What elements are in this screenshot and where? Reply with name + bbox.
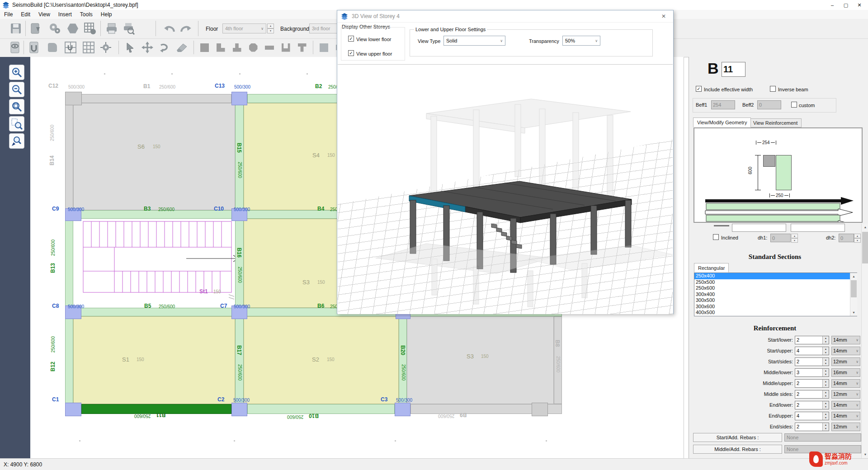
dh2-field[interactable]: 0 <box>839 234 854 242</box>
rebar-count-stepper[interactable]: 4 ▲▼ <box>795 347 829 355</box>
move-icon[interactable] <box>140 40 155 55</box>
beam-b1[interactable] <box>65 94 231 103</box>
view-type-select[interactable]: Solid∨ <box>443 36 505 46</box>
solid-fill-icon[interactable] <box>45 40 60 55</box>
rebar-count-stepper[interactable]: 3 ▲▼ <box>795 368 829 377</box>
tab-view-reinforcement[interactable]: View Reinforcement <box>749 118 802 127</box>
rebar-count-stepper[interactable]: 2 ▲▼ <box>795 423 829 431</box>
shape-square-icon[interactable] <box>197 40 212 55</box>
beam-b10[interactable] <box>247 404 395 414</box>
section-list-item[interactable]: 300x600 <box>694 304 857 310</box>
rebar-size-select[interactable]: 16mm∨ <box>831 368 860 377</box>
menu-item[interactable]: Help <box>97 11 116 18</box>
column-c12[interactable] <box>65 92 82 105</box>
undo-icon[interactable] <box>162 21 177 36</box>
column-c2[interactable] <box>231 403 247 416</box>
clipped-field-2[interactable] <box>791 224 845 232</box>
column-c3[interactable] <box>395 403 410 416</box>
menu-item[interactable]: File <box>0 11 17 18</box>
menu-item[interactable]: View <box>34 11 54 18</box>
zoom-in-icon[interactable] <box>9 65 24 80</box>
beam-b15[interactable] <box>235 103 244 210</box>
menu-item[interactable]: Edit <box>17 11 34 18</box>
beam-b14[interactable] <box>65 103 73 210</box>
hexagon-section-icon[interactable] <box>65 21 80 36</box>
shape-circle-icon[interactable] <box>246 40 260 55</box>
section-list-item[interactable]: 250x600 <box>694 285 857 291</box>
print-preview-icon[interactable] <box>121 21 137 36</box>
settings-gears-icon[interactable] <box>47 21 62 36</box>
slab-s1[interactable] <box>73 316 235 404</box>
dialog-titlebar[interactable]: 3D View of Storey 4 ✕ <box>337 10 673 23</box>
beff1-field[interactable]: 254 <box>711 100 735 109</box>
print-icon[interactable] <box>104 21 119 36</box>
grid-snap-icon[interactable] <box>63 40 78 55</box>
tab-view-modify-geometry[interactable]: View/Modify Geometry <box>693 118 751 127</box>
sections-listbox[interactable]: 250x400250x500250x600300x400300x500300x6… <box>694 273 857 316</box>
column-c13[interactable] <box>231 92 247 105</box>
select-cursor-icon[interactable] <box>123 40 137 55</box>
slab-s2[interactable] <box>244 316 399 404</box>
shape-usection-icon[interactable] <box>278 40 293 55</box>
zoom-out-icon[interactable] <box>9 82 24 97</box>
viewport-3d[interactable] <box>338 64 673 314</box>
slab-s6[interactable] <box>73 103 235 210</box>
dwg-snap-icon[interactable] <box>27 40 42 55</box>
zoom-previous-icon[interactable] <box>9 133 24 149</box>
beff2-field[interactable]: 0 <box>757 100 781 109</box>
rebar-size-select[interactable]: 14mm∨ <box>831 336 860 344</box>
view-lower-floor-checkbox[interactable]: ✓ <box>348 36 354 42</box>
zoom-extents-icon[interactable] <box>9 99 24 114</box>
rebar-count-stepper[interactable]: 2 ▲▼ <box>795 379 829 388</box>
section-list-item[interactable]: 300x500 <box>694 297 857 304</box>
shape-wall-icon[interactable] <box>262 40 277 55</box>
dh2-spinner[interactable]: ▲▼ <box>854 234 861 242</box>
section-list-item[interactable]: 250x400 <box>694 273 857 279</box>
inverse-beam-checkbox[interactable] <box>770 86 776 92</box>
rebar-count-stepper[interactable]: 2 ▲▼ <box>795 390 829 399</box>
rotate-icon[interactable] <box>157 40 172 55</box>
rebar-size-select[interactable]: 14mm∨ <box>831 347 860 355</box>
section-list-item[interactable]: 250x500 <box>694 279 857 286</box>
beam-b12[interactable] <box>65 316 73 404</box>
rebar-size-select[interactable]: 14mm∨ <box>831 412 860 420</box>
redo-icon[interactable] <box>178 21 193 36</box>
rebar-size-select[interactable]: 14mm∨ <box>831 401 860 409</box>
column-gray-right[interactable] <box>532 403 548 416</box>
transparency-select[interactable]: 50%∨ <box>562 36 600 46</box>
inclined-checkbox[interactable] <box>713 234 719 240</box>
listbox-scrollbar[interactable]: ▲ ▼ <box>850 273 857 316</box>
zoom-window-icon[interactable] <box>9 116 24 132</box>
close-button[interactable]: ✕ <box>853 0 866 10</box>
rebar-size-select[interactable]: 12mm∨ <box>831 390 860 399</box>
slab-s3-gray[interactable] <box>407 316 554 404</box>
grid-edit-icon[interactable] <box>81 40 96 55</box>
dh1-field[interactable]: 0 <box>770 234 791 242</box>
beam-b13[interactable] <box>65 219 73 308</box>
beam-b16[interactable] <box>235 219 244 308</box>
minimize-button[interactable]: – <box>826 0 839 10</box>
rebar-count-stepper[interactable]: 4 ▲▼ <box>795 412 829 420</box>
beam-b17[interactable] <box>235 316 244 404</box>
clipped-field-1[interactable] <box>732 224 786 232</box>
rebar-count-stepper[interactable]: 2 ▲▼ <box>795 401 829 409</box>
rebar-count-stepper[interactable]: 2 ▲▼ <box>795 336 829 344</box>
save-icon[interactable] <box>8 21 24 36</box>
beam-b20[interactable] <box>399 316 407 404</box>
column-c1[interactable] <box>65 403 81 416</box>
floor-select[interactable]: 4th floor∨ <box>222 24 266 33</box>
floor-spinner[interactable]: ▲▼ <box>267 24 274 33</box>
rebar-size-select[interactable]: 12mm∨ <box>831 357 860 366</box>
dialog-close-icon[interactable]: ✕ <box>659 12 669 20</box>
erase-icon[interactable] <box>175 40 189 55</box>
stairs-st1[interactable] <box>73 219 245 309</box>
rebar-size-select[interactable]: 12mm∨ <box>831 423 860 431</box>
dwg-export-icon[interactable] <box>28 21 43 36</box>
add-rebars-button[interactable]: Start/Add. Rebars : <box>693 433 782 442</box>
rebar-count-stepper[interactable]: 2 ▲▼ <box>795 357 829 366</box>
menu-item[interactable]: Tools <box>76 11 97 18</box>
custom-checkbox[interactable] <box>791 102 797 108</box>
section-list-item[interactable]: 400x500 <box>694 310 857 316</box>
grid-settings-icon[interactable] <box>82 21 98 36</box>
dh1-spinner[interactable]: ▲▼ <box>791 234 798 242</box>
